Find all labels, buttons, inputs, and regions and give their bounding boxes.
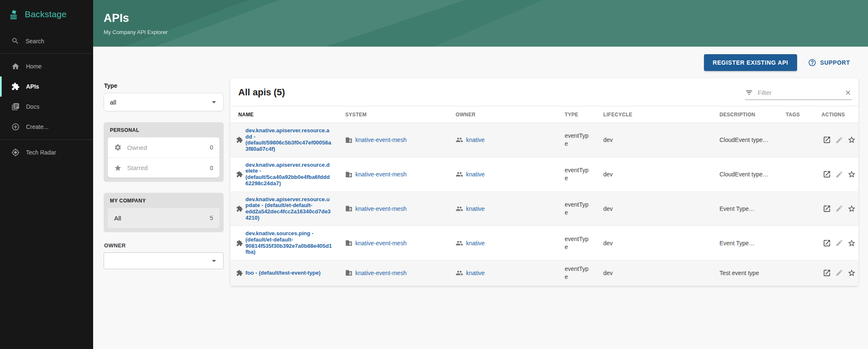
logo-text: Backstage bbox=[25, 9, 67, 19]
system-icon bbox=[345, 205, 352, 212]
tags-value bbox=[779, 192, 815, 226]
api-table: NAME SYSTEM OWNER TYPE LIFECYCLE DESCRIP… bbox=[230, 106, 858, 286]
type-value: eventType bbox=[565, 235, 589, 251]
open-api-button[interactable] bbox=[823, 239, 831, 247]
system-link[interactable]: knative-event-mesh bbox=[355, 205, 407, 212]
api-name-link[interactable]: dev.knative.sources.ping - (default/et-d… bbox=[245, 231, 332, 255]
edit-api-button[interactable] bbox=[835, 205, 843, 213]
star-api-button[interactable] bbox=[847, 136, 856, 144]
group-icon bbox=[456, 136, 463, 144]
type-value: eventType bbox=[565, 201, 589, 217]
description-value: Event Type… bbox=[713, 192, 779, 226]
open-api-button[interactable] bbox=[823, 170, 831, 178]
table-row: foo - (default/test-event-type) knative-… bbox=[230, 260, 858, 286]
backstage-logo[interactable]: Backstage bbox=[0, 0, 93, 20]
type-value: eventType bbox=[565, 132, 589, 148]
group-icon bbox=[456, 171, 463, 178]
system-icon bbox=[345, 136, 352, 144]
api-name-link[interactable]: dev.knative.apiserver.resource.delete - … bbox=[245, 162, 332, 187]
table-filter-input[interactable] bbox=[757, 89, 841, 97]
sidebar-item-search[interactable]: Search bbox=[0, 37, 93, 45]
table-row: dev.knative.sources.ping - (default/et-d… bbox=[230, 226, 858, 260]
column-header-type[interactable]: TYPE bbox=[558, 106, 597, 123]
sidebar-nav: Home APIs Docs Create... Tech Radar bbox=[0, 56, 93, 163]
edit-api-button[interactable] bbox=[835, 171, 843, 178]
personal-filter-card: PERSONAL Owned 0 Starred 0 bbox=[104, 122, 224, 182]
filter-icon bbox=[745, 89, 753, 97]
type-value: eventType bbox=[565, 166, 589, 182]
sidebar: Backstage Search Home APIs Docs Create..… bbox=[0, 0, 93, 349]
star-api-button[interactable] bbox=[847, 170, 856, 178]
edit-api-button[interactable] bbox=[835, 269, 843, 277]
star-api-button[interactable] bbox=[847, 205, 856, 213]
sidebar-item-docs[interactable]: Docs bbox=[0, 97, 93, 117]
filter-owned[interactable]: Owned 0 bbox=[108, 137, 219, 157]
all-label: All bbox=[114, 215, 121, 222]
api-name-link[interactable]: dev.knative.apiserver.resource.add - (de… bbox=[245, 128, 332, 152]
edit-api-button[interactable] bbox=[835, 136, 843, 144]
sidebar-item-home[interactable]: Home bbox=[0, 56, 93, 76]
column-header-actions: ACTIONS bbox=[815, 106, 858, 123]
open-api-button[interactable] bbox=[823, 136, 831, 144]
lifecycle-value: dev bbox=[597, 260, 713, 286]
register-existing-api-button[interactable]: REGISTER EXISTING API bbox=[704, 54, 797, 71]
star-border-icon bbox=[847, 269, 856, 277]
description-value: Event Type… bbox=[713, 226, 779, 260]
filter-all[interactable]: All 5 bbox=[108, 208, 219, 228]
sidebar-divider bbox=[0, 139, 93, 140]
edit-api-button[interactable] bbox=[835, 239, 843, 247]
system-icon bbox=[345, 171, 352, 178]
docs-icon bbox=[11, 102, 20, 111]
edit-icon bbox=[835, 269, 843, 277]
system-link[interactable]: knative-event-mesh bbox=[355, 270, 407, 276]
sidebar-item-tech-radar[interactable]: Tech Radar bbox=[0, 142, 93, 163]
sidebar-item-apis[interactable]: APIs bbox=[0, 76, 93, 97]
starred-count: 0 bbox=[210, 165, 213, 171]
owner-link[interactable]: knative bbox=[466, 205, 485, 212]
owner-link[interactable]: knative bbox=[466, 171, 485, 178]
api-name-link[interactable]: foo - (default/test-event-type) bbox=[245, 270, 321, 276]
description-value: CloudEvent type… bbox=[713, 157, 779, 192]
radar-icon bbox=[11, 148, 20, 157]
open-api-button[interactable] bbox=[823, 205, 831, 213]
column-header-name[interactable]: NAME bbox=[230, 106, 339, 123]
type-select[interactable]: all bbox=[104, 93, 224, 111]
column-header-system[interactable]: SYSTEM bbox=[339, 106, 449, 123]
star-border-icon bbox=[847, 136, 856, 144]
table-filter-field bbox=[745, 89, 852, 100]
sidebar-item-create[interactable]: Create... bbox=[0, 117, 93, 137]
star-border-icon bbox=[847, 239, 856, 247]
column-header-tags[interactable]: TAGS bbox=[779, 106, 815, 123]
filter-starred[interactable]: Starred 0 bbox=[108, 157, 219, 178]
page-subtitle: My Company API Explorer bbox=[104, 29, 868, 35]
edit-icon bbox=[835, 171, 843, 178]
star-icon bbox=[114, 164, 122, 172]
owner-link[interactable]: knative bbox=[466, 136, 485, 143]
toolbar: REGISTER EXISTING API SUPPORT bbox=[93, 47, 868, 78]
add-circle-icon bbox=[11, 123, 20, 131]
owner-link[interactable]: knative bbox=[466, 270, 485, 276]
edit-icon bbox=[835, 205, 843, 213]
home-icon bbox=[11, 62, 20, 71]
puzzle-icon bbox=[236, 171, 243, 178]
type-filter-label: Type bbox=[104, 82, 224, 89]
star-api-button[interactable] bbox=[847, 269, 856, 277]
api-name-link[interactable]: dev.knative.apiserver.resource.update - … bbox=[245, 197, 332, 221]
column-header-lifecycle[interactable]: LIFECYCLE bbox=[597, 106, 713, 123]
owner-link[interactable]: knative bbox=[466, 240, 485, 247]
column-header-description[interactable]: DESCRIPTION bbox=[713, 106, 779, 123]
system-link[interactable]: knative-event-mesh bbox=[355, 136, 407, 143]
star-api-button[interactable] bbox=[847, 239, 856, 247]
system-link[interactable]: knative-event-mesh bbox=[355, 171, 407, 178]
search-icon bbox=[11, 37, 19, 45]
open-in-new-icon bbox=[823, 205, 831, 213]
sidebar-item-label: Tech Radar bbox=[26, 149, 56, 156]
support-button[interactable]: SUPPORT bbox=[806, 56, 852, 69]
column-header-owner[interactable]: OWNER bbox=[449, 106, 558, 123]
clear-filter-button[interactable] bbox=[845, 89, 852, 96]
open-api-button[interactable] bbox=[823, 269, 831, 277]
system-link[interactable]: knative-event-mesh bbox=[355, 240, 407, 247]
sidebar-item-label: Docs bbox=[26, 103, 39, 110]
owner-select[interactable] bbox=[104, 252, 224, 269]
tags-value bbox=[779, 123, 815, 157]
